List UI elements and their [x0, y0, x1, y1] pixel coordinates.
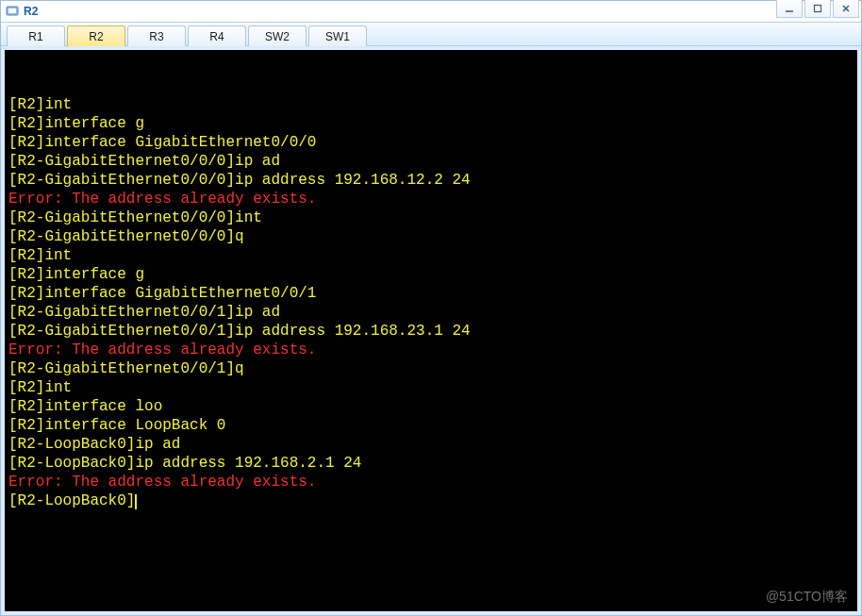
window-title: R2: [24, 5, 38, 18]
terminal-line: [R2-LoopBack0]: [8, 491, 854, 510]
terminal-line: [R2-GigabitEthernet0/0/1]ip ad: [8, 303, 854, 322]
tab-r1[interactable]: R1: [7, 25, 65, 46]
terminal-line: [R2-GigabitEthernet0/0/0]ip address 192.…: [8, 171, 854, 190]
terminal-window: R2 R1 R2 R3 R4 SW2 SW1 [R2]int[R2]interf…: [0, 0, 862, 616]
tab-sw1[interactable]: SW1: [308, 25, 367, 46]
window-controls: [776, 0, 859, 18]
terminal-line: [R2]interface loo: [8, 397, 854, 416]
minimize-button[interactable]: [776, 0, 803, 18]
terminal-cursor: [135, 494, 137, 509]
app-icon: [5, 4, 20, 19]
terminal-line: [R2]int: [8, 378, 854, 397]
tab-label: R1: [28, 30, 42, 43]
tab-r4[interactable]: R4: [188, 25, 246, 46]
tab-sw2[interactable]: SW2: [248, 25, 307, 46]
tab-label: SW2: [265, 30, 290, 43]
terminal-line: [R2]interface GigabitEthernet0/0/1: [8, 284, 854, 303]
terminal-output[interactable]: [R2]int[R2]interface g[R2]interface Giga…: [5, 50, 857, 611]
terminal-line: [R2-LoopBack0]ip address 192.168.2.1 24: [8, 454, 854, 473]
terminal-line: Error: The address already exists.: [8, 341, 854, 359]
terminal-line: [R2]int: [8, 95, 854, 114]
terminal-container: [R2]int[R2]interface g[R2]interface Giga…: [1, 46, 861, 615]
tab-label: R3: [149, 30, 163, 43]
tab-label: R4: [209, 30, 224, 43]
terminal-line: [R2-LoopBack0]ip ad: [8, 435, 854, 454]
tab-label: R2: [89, 30, 103, 43]
terminal-line: [R2-GigabitEthernet0/0/1]q: [8, 359, 854, 378]
terminal-line: [R2]interface GigabitEthernet0/0/0: [8, 133, 854, 152]
tab-r2[interactable]: R2: [67, 25, 125, 46]
terminal-line: [R2-GigabitEthernet0/0/1]ip address 192.…: [8, 322, 854, 341]
close-button[interactable]: [833, 0, 859, 18]
svg-rect-1: [8, 8, 16, 13]
terminal-line: [R2]interface g: [8, 265, 854, 284]
titlebar[interactable]: R2: [1, 1, 861, 22]
terminal-line: [R2-GigabitEthernet0/0/0]ip ad: [8, 152, 854, 171]
terminal-line: [R2-GigabitEthernet0/0/0]q: [8, 227, 854, 246]
tab-r3[interactable]: R3: [127, 25, 186, 46]
tab-bar: R1 R2 R3 R4 SW2 SW1: [1, 22, 861, 46]
terminal-line: [R2-GigabitEthernet0/0/0]int: [8, 208, 854, 227]
terminal-line: [R2]int: [8, 246, 854, 265]
terminal-line: Error: The address already exists.: [8, 473, 854, 491]
maximize-button[interactable]: [804, 0, 831, 18]
terminal-line: Error: The address already exists.: [8, 190, 854, 208]
svg-rect-3: [815, 6, 821, 12]
terminal-line: [R2]interface g: [8, 114, 854, 133]
terminal-line: [R2]interface LoopBack 0: [8, 416, 854, 435]
watermark: @51CTO博客: [766, 587, 848, 606]
tab-label: SW1: [325, 30, 350, 43]
